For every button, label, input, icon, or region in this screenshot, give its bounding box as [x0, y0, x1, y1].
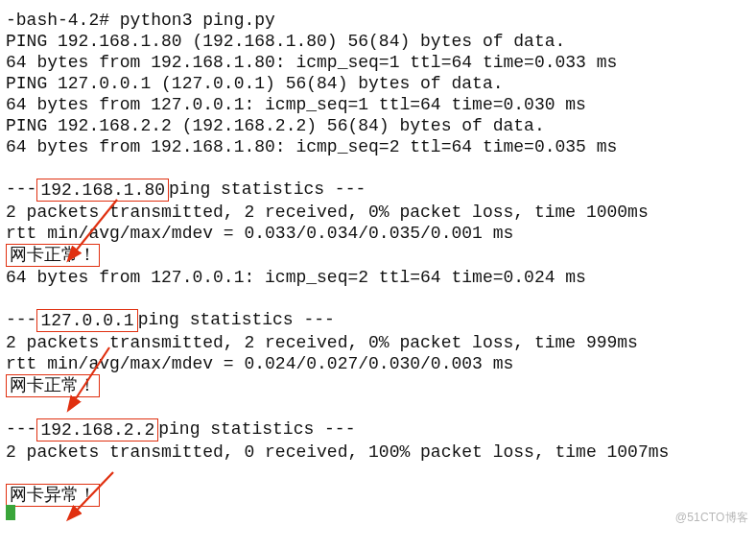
status-line: 网卡正常！ [6, 374, 744, 397]
output-line: PING 127.0.0.1 (127.0.0.1) 56(84) bytes … [6, 73, 744, 94]
boxed-ip: 127.0.0.1 [36, 309, 137, 332]
statistics-separator: --- 127.0.0.1 ping statistics --- [6, 309, 744, 332]
statistics-separator: --- 192.168.1.80 ping statistics --- [6, 179, 744, 202]
statistics-separator: --- 192.168.2.2 ping statistics --- [6, 418, 744, 442]
statistics-line: 2 packets transmitted, 0 received, 100% … [6, 442, 744, 463]
output-line: PING 192.168.1.80 (192.168.1.80) 56(84) … [6, 31, 744, 52]
sep-suffix: ping statistics --- [158, 418, 355, 440]
shell-prompt-line: -bash-4.2# python3 ping.py [6, 10, 744, 31]
output-line: 64 bytes from 192.168.1.80: icmp_seq=2 t… [6, 136, 744, 157]
boxed-ip: 192.168.2.2 [36, 418, 158, 442]
sep-prefix: --- [6, 179, 36, 200]
blank-line [6, 157, 744, 179]
status-message: 网卡异常！ [6, 484, 100, 507]
output-line: PING 192.168.2.2 (192.168.2.2) 56(84) by… [6, 115, 744, 136]
statistics-line: 2 packets transmitted, 2 received, 0% pa… [6, 332, 744, 353]
sep-prefix: --- [6, 418, 36, 440]
terminal-cursor [6, 505, 15, 520]
sep-prefix: --- [6, 309, 36, 330]
output-line: 64 bytes from 127.0.0.1: icmp_seq=1 ttl=… [6, 94, 744, 115]
blank-line [6, 397, 744, 418]
status-line: 网卡异常！ [6, 484, 744, 507]
blank-line [6, 463, 744, 484]
status-message: 网卡正常！ [6, 244, 100, 267]
rtt-line: rtt min/avg/max/mdev = 0.033/0.034/0.035… [6, 223, 744, 244]
statistics-line: 2 packets transmitted, 2 received, 0% pa… [6, 202, 744, 223]
rtt-line: rtt min/avg/max/mdev = 0.024/0.027/0.030… [6, 353, 744, 374]
cursor-line [6, 505, 744, 526]
boxed-ip: 192.168.1.80 [36, 179, 169, 202]
sep-suffix: ping statistics --- [169, 179, 366, 200]
output-line: 64 bytes from 127.0.0.1: icmp_seq=2 ttl=… [6, 267, 744, 288]
output-line: 64 bytes from 192.168.1.80: icmp_seq=1 t… [6, 52, 744, 73]
status-message: 网卡正常！ [6, 374, 100, 397]
sep-suffix: ping statistics --- [138, 309, 335, 330]
terminal-output[interactable]: -bash-4.2# python3 ping.py PING 192.168.… [0, 0, 756, 532]
shell-prompt-text: -bash-4.2# python3 ping.py [6, 10, 275, 31]
blank-line [6, 288, 744, 309]
watermark-label: @51CTO博客 [675, 507, 748, 528]
status-line: 网卡正常！ [6, 244, 744, 267]
